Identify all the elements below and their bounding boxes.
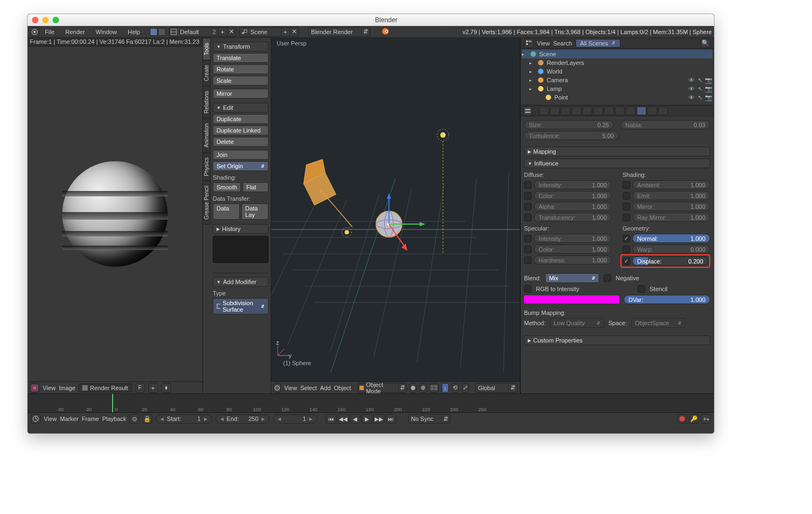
rgb-color-swatch[interactable] — [524, 295, 619, 304]
smooth-button[interactable]: Smooth — [213, 182, 241, 192]
tl-menu-marker[interactable]: Marker — [60, 416, 78, 422]
tab-grease-pencil[interactable]: Grease Pencil — [203, 181, 211, 225]
data-button[interactable]: Data — [213, 203, 240, 220]
join-button[interactable]: Join — [213, 150, 269, 160]
outliner-menu-view[interactable]: View — [537, 40, 550, 47]
turbulence-field[interactable]: Turbulence:5.00 — [524, 131, 619, 140]
diffuse-field-0[interactable]: Intensity:1.000 — [534, 180, 612, 189]
fake-user-btn[interactable]: F — [135, 383, 145, 393]
end-frame-field[interactable]: ◀End:250▶ — [215, 414, 270, 424]
set-origin-dropdown[interactable]: Set Origin⇵ — [213, 161, 269, 171]
tab-texture[interactable] — [637, 107, 646, 115]
props-type-icon[interactable] — [523, 106, 533, 116]
panel-history-head[interactable]: History — [213, 224, 269, 234]
panel-mapping-head[interactable]: Mapping — [524, 147, 710, 156]
tl-menu-playback[interactable]: Playback — [102, 416, 127, 422]
displace-checkbox[interactable] — [623, 258, 630, 265]
normal-field[interactable]: Normal:1.000 — [632, 234, 710, 243]
manipulator-rotate-icon[interactable]: ⟲ — [452, 383, 459, 393]
outliner-row-lamp[interactable]: ▸ Lamp 👁↖📷 — [522, 84, 712, 93]
specular-checkbox-1[interactable] — [524, 246, 532, 253]
menu-file[interactable]: File — [40, 28, 60, 36]
scene-add-icon[interactable]: + — [281, 27, 290, 37]
displace-field[interactable]: Displace:0.200 — [632, 256, 708, 266]
tab-relations[interactable]: Relations — [203, 86, 211, 118]
panel-influence-head[interactable]: Influence — [524, 159, 710, 168]
shading-checkbox-3[interactable] — [623, 214, 630, 221]
vp-menu-add[interactable]: Add — [320, 385, 331, 391]
outliner-type-icon[interactable] — [524, 38, 534, 48]
minimize-icon[interactable] — [42, 17, 49, 23]
rotate-button[interactable]: Rotate — [213, 64, 269, 74]
specular-field-2[interactable]: Hardness:1.000 — [534, 255, 612, 265]
shading-solid-icon[interactable] — [410, 383, 417, 393]
play-reverse-icon[interactable]: ◀ — [350, 414, 361, 424]
maximize-icon[interactable] — [53, 17, 59, 23]
specular-field-0[interactable]: Intensity:1.000 — [534, 234, 612, 243]
negative-checkbox[interactable] — [604, 274, 611, 282]
3d-viewport[interactable]: User Persp — [271, 38, 520, 393]
size-field[interactable]: Size:0.25 — [524, 120, 614, 129]
shading-field-1[interactable]: Emit:1.000 — [632, 191, 710, 200]
blend-mode-dropdown[interactable]: Mix⇵ — [545, 273, 599, 283]
play-icon[interactable]: ▶ — [362, 414, 372, 424]
vp-menu-select[interactable]: Select — [300, 385, 317, 391]
menu-help[interactable]: Help — [122, 28, 146, 36]
keying-set-delete-icon[interactable]: 🗝 — [701, 414, 711, 424]
diffuse-field-3[interactable]: Translucency:1.000 — [534, 213, 612, 222]
diffuse-checkbox-3[interactable] — [524, 214, 532, 221]
current-frame-field[interactable]: ◀1▶ — [273, 414, 317, 424]
tab-world[interactable] — [572, 107, 581, 115]
diffuse-checkbox-0[interactable] — [524, 181, 532, 189]
keying-set-icon[interactable]: 🔑 — [689, 414, 699, 424]
shading-field-3[interactable]: Ray Mirror:1.000 — [632, 213, 710, 222]
outliner-filter[interactable]: All Scenes ⇵ — [575, 39, 620, 48]
shading-checkbox-0[interactable] — [623, 181, 630, 189]
outliner-row-camera[interactable]: ▸ Camera 👁↖📷 — [522, 76, 712, 84]
blender-icon[interactable] — [30, 27, 40, 37]
outliner-row-world[interactable]: ▸ World — [522, 67, 712, 76]
layout-add-icon[interactable]: + — [218, 27, 227, 37]
range-icon[interactable]: ⊙ — [129, 414, 139, 424]
specular-checkbox-2[interactable] — [524, 256, 532, 264]
nabla-field[interactable]: Nabla:0.03 — [620, 120, 710, 129]
shading-field-0[interactable]: Ambient:1.000 — [632, 180, 710, 189]
delete-button[interactable]: Delete — [213, 137, 269, 147]
panel-edit-head[interactable]: Edit — [213, 103, 269, 113]
tab-physics[interactable]: Physics — [203, 153, 211, 181]
tab-particles[interactable] — [647, 107, 657, 115]
specular-checkbox-0[interactable] — [524, 235, 532, 242]
tab-animation[interactable]: Animation — [203, 118, 211, 152]
jump-end-icon[interactable]: ⏭ — [385, 414, 396, 424]
tab-data[interactable] — [615, 107, 625, 115]
uv-menu-view[interactable]: View — [43, 385, 56, 391]
tab-constraints[interactable] — [593, 107, 603, 115]
sync-mode-dropdown[interactable]: No Sync⇵ — [408, 414, 450, 424]
specular-field-1[interactable]: Color:1.000 — [534, 245, 612, 254]
timeline-track[interactable]: -40-200204060801001201401601802002202402… — [28, 393, 714, 413]
manipulator-scale-icon[interactable]: ⤢ — [462, 383, 469, 393]
scene-selector[interactable]: Scene + ✕ — [239, 27, 299, 37]
normal-checkbox[interactable] — [623, 235, 630, 242]
tab-physics[interactable] — [658, 107, 668, 115]
editor-type-icon[interactable] — [30, 383, 40, 393]
duplicate-button[interactable]: Duplicate — [213, 114, 269, 124]
manipulator-translate-icon[interactable]: ↕ — [442, 383, 449, 393]
scale-button[interactable]: Scale — [213, 76, 269, 85]
shading-checkbox-1[interactable] — [623, 192, 630, 200]
scene-remove-icon[interactable]: ✕ — [290, 27, 298, 37]
uv-menu-image[interactable]: Image — [59, 385, 76, 391]
panel-custom-properties-head[interactable]: Custom Properties — [524, 335, 710, 345]
start-frame-field[interactable]: ◀Start:1▶ — [155, 414, 212, 424]
tl-menu-view[interactable]: View — [44, 416, 57, 422]
diffuse-checkbox-2[interactable] — [524, 203, 532, 210]
render-result-view[interactable] — [28, 47, 202, 381]
timeline-type-icon[interactable] — [31, 414, 41, 424]
mode-selector[interactable]: Object Mode⇵ — [358, 383, 407, 393]
render-engine-selector[interactable]: Blender Render ⇵ — [309, 27, 370, 37]
panel-transform-head[interactable]: Transform — [213, 42, 269, 51]
duplicate-linked-button[interactable]: Duplicate Linked — [213, 126, 269, 135]
warp-checkbox[interactable] — [623, 246, 630, 253]
orientation-selector[interactable]: Global⇵ — [475, 383, 518, 393]
diffuse-field-1[interactable]: Color:1.000 — [534, 191, 612, 200]
